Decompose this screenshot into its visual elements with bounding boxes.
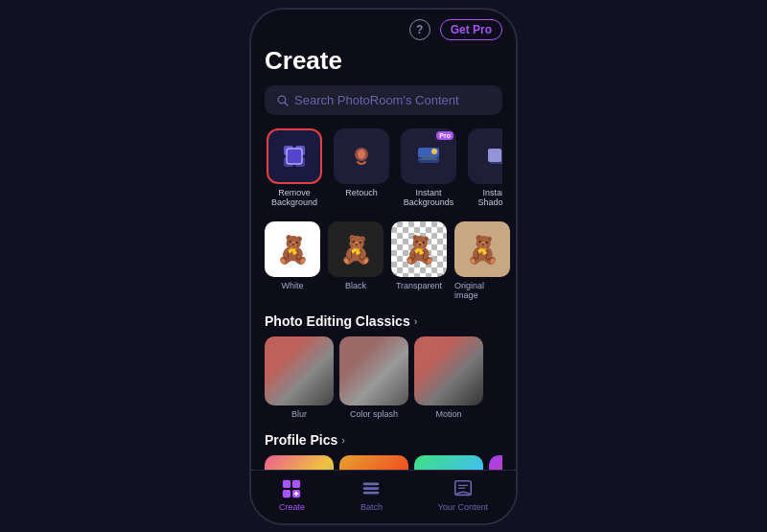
svg-rect-23: [363, 487, 380, 490]
bg-thumb-transparent: 🧸: [391, 221, 447, 277]
tool-label-instant-bg: InstantBackgrounds: [404, 188, 454, 209]
get-pro-button[interactable]: Get Pro: [440, 19, 502, 40]
create-nav-icon: [281, 478, 302, 499]
tool-retouch[interactable]: Retouch: [332, 128, 391, 209]
photo-thumb-color-splash: [339, 336, 408, 405]
phone-frame: ? Get Pro Create Search PhotoRoom's Cont…: [249, 8, 518, 525]
profile-thumb-1[interactable]: [265, 455, 334, 469]
svg-rect-6: [287, 149, 302, 164]
svg-point-11: [431, 149, 437, 154]
svg-rect-24: [363, 491, 380, 494]
search-icon: [276, 94, 289, 106]
bg-label-white: White: [281, 281, 303, 290]
svg-rect-14: [488, 149, 501, 162]
profile-pics-row: [265, 455, 502, 469]
tools-row: RemoveBackground Retouch: [265, 128, 502, 209]
instant-shadows-svg-icon: [482, 143, 502, 170]
profile-thumb-2[interactable]: [339, 455, 408, 469]
bg-original[interactable]: 🧸 Original image: [454, 221, 510, 300]
bear-white-icon: 🧸: [276, 234, 310, 266]
svg-rect-17: [283, 489, 291, 497]
pro-badge-instant-bg: Pro: [436, 131, 453, 140]
photo-editing-title[interactable]: Photo Editing Classics ›: [265, 313, 502, 329]
photo-editing-arrow: ›: [414, 315, 418, 327]
nav-item-create[interactable]: Create: [279, 478, 305, 512]
nav-label-create: Create: [279, 502, 305, 512]
content-area: Create Search PhotoRoom's Content: [251, 46, 516, 470]
tool-instant-bg[interactable]: Pro InstantBackgrounds: [399, 128, 458, 209]
batch-nav-icon: [360, 478, 382, 499]
svg-point-8: [358, 150, 365, 159]
bg-black[interactable]: 🧸 Black: [328, 221, 384, 300]
bear-black-icon: 🧸: [339, 234, 373, 266]
tool-icon-instant-shadows: Pro: [468, 128, 502, 184]
photo-thumb-motion: [414, 336, 483, 405]
photo-thumb-blur: [265, 336, 334, 405]
photo-label-blur: Blur: [291, 409, 307, 419]
help-icon[interactable]: ?: [409, 19, 430, 40]
your-content-nav-icon: [453, 478, 474, 499]
bear-transparent-icon: 🧸: [403, 234, 436, 266]
search-bar[interactable]: Search PhotoRoom's Content: [265, 85, 502, 115]
profile-pics-arrow: ›: [341, 434, 345, 446]
bg-thumb-white: 🧸: [265, 221, 320, 277]
bottom-nav: Create Batch Your Content: [251, 470, 516, 523]
tool-label-retouch: Retouch: [345, 188, 378, 198]
tool-icon-remove-bg: [267, 128, 322, 184]
instant-bg-svg-icon: [415, 143, 442, 170]
svg-rect-16: [292, 479, 300, 487]
nav-item-your-content[interactable]: Your Content: [438, 478, 488, 512]
retouch-svg-icon: [348, 143, 375, 170]
tool-icon-instant-bg: Pro: [401, 128, 456, 184]
backgrounds-row: 🧸 White 🧸 Black 🧸 Transparent: [265, 221, 502, 300]
photo-editing-row: Blur Color splash Motion: [265, 336, 502, 419]
nav-item-batch[interactable]: Batch: [360, 478, 383, 512]
profile-thumb-3[interactable]: [414, 455, 483, 469]
tool-remove-bg[interactable]: RemoveBackground: [265, 128, 324, 209]
bg-white[interactable]: 🧸 White: [265, 221, 320, 300]
page-title: Create: [265, 46, 502, 76]
bear-original-icon: 🧸: [466, 234, 500, 266]
photo-item-motion[interactable]: Motion: [414, 336, 483, 419]
bg-label-transparent: Transparent: [396, 281, 442, 290]
app-background: ? Get Pro Create Search PhotoRoom's Cont…: [0, 0, 767, 532]
nav-label-batch: Batch: [360, 502, 383, 512]
tool-instant-shadows[interactable]: Pro Instant Shadows: [466, 128, 502, 209]
svg-rect-15: [283, 479, 291, 487]
bg-transparent[interactable]: 🧸 Transparent: [391, 221, 447, 300]
nav-label-your-content: Your Content: [438, 502, 488, 512]
tool-icon-retouch: [334, 128, 389, 184]
svg-rect-22: [363, 482, 380, 485]
photo-item-color-splash[interactable]: Color splash: [339, 336, 408, 419]
photo-item-blur[interactable]: Blur: [265, 336, 334, 419]
bg-label-black: Black: [345, 281, 366, 290]
search-placeholder: Search PhotoRoom's Content: [294, 93, 459, 107]
top-bar: ? Get Pro: [251, 10, 516, 46]
tool-label-remove-bg: RemoveBackground: [271, 188, 317, 209]
photo-label-motion: Motion: [435, 409, 461, 419]
profile-thumb-4[interactable]: [489, 455, 502, 469]
bg-thumb-original: 🧸: [454, 221, 510, 277]
tool-label-instant-shadows: Instant Shadows: [466, 188, 502, 209]
bg-label-original: Original image: [454, 281, 510, 300]
remove-bg-svg-icon: [281, 143, 308, 170]
profile-pics-title[interactable]: Profile Pics ›: [265, 432, 502, 448]
bg-thumb-black: 🧸: [328, 221, 384, 277]
photo-label-color-splash: Color splash: [350, 409, 398, 419]
svg-line-1: [285, 102, 288, 104]
